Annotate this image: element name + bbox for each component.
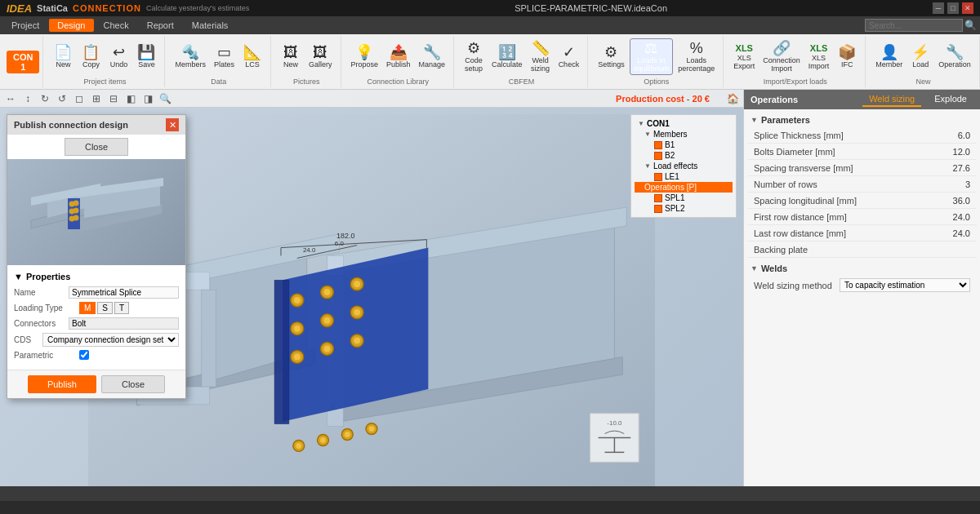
spl2-checkbox[interactable] bbox=[654, 205, 662, 213]
menu-item-check[interactable]: Check bbox=[96, 19, 137, 32]
view-btn-10[interactable]: 🔍 bbox=[158, 91, 172, 106]
ifc-button[interactable]: 📦 IFC bbox=[834, 43, 860, 70]
maximize-button[interactable]: □ bbox=[947, 2, 959, 14]
copy-icon: 📋 bbox=[82, 45, 100, 60]
search-bar: 🔍 bbox=[865, 19, 977, 32]
dialog-publish-button[interactable]: Publish bbox=[28, 375, 96, 393]
status-bar bbox=[0, 486, 980, 501]
settings-button[interactable]: ⚙ Settings bbox=[595, 43, 628, 70]
tree-item-spl2[interactable]: SPL2 bbox=[635, 203, 733, 214]
number-rows-label: Number of rows bbox=[754, 179, 905, 189]
xls-import-button[interactable]: XLS XLSImport bbox=[805, 42, 833, 72]
loading-type-m[interactable]: M bbox=[79, 302, 96, 314]
dialog-close-x-button[interactable]: ✕ bbox=[166, 118, 179, 131]
spl1-checkbox[interactable] bbox=[654, 194, 662, 202]
parameters-section-header[interactable]: ▼ Parameters bbox=[747, 113, 977, 127]
view-btn-2[interactable]: ↕ bbox=[20, 91, 35, 106]
xls-export-button[interactable]: XLS XLSExport bbox=[730, 42, 758, 72]
gallery-icon: 🖼 bbox=[313, 45, 327, 60]
param-spacing-transverse: Spacing transverse [mm] 27.6 bbox=[747, 160, 977, 176]
check-button[interactable]: ✓ Check bbox=[555, 43, 583, 70]
svg-point-20 bbox=[354, 281, 360, 287]
tree-item-b1[interactable]: B1 bbox=[635, 140, 733, 150]
load-button[interactable]: ⚡ Load bbox=[907, 43, 933, 70]
tab-explode[interactable]: Explode bbox=[928, 92, 973, 107]
home-view-button[interactable]: 🏠 bbox=[725, 91, 740, 106]
loading-type-t[interactable]: T bbox=[114, 302, 129, 314]
view-btn-1[interactable]: ↔ bbox=[3, 91, 18, 106]
calculate-button[interactable]: 🔢 Calculate bbox=[488, 43, 526, 70]
b2-checkbox[interactable] bbox=[654, 152, 662, 160]
members-button[interactable]: 🔩 Members bbox=[172, 43, 209, 70]
name-input[interactable] bbox=[69, 286, 179, 299]
minimize-button[interactable]: ─ bbox=[933, 2, 944, 14]
members-tree-arrow: ▼ bbox=[644, 131, 651, 138]
gallery-button[interactable]: 🖼 Gallery bbox=[305, 43, 336, 70]
lcs-icon: 📐 bbox=[243, 45, 261, 60]
tree-item-spl1[interactable]: SPL1 bbox=[635, 193, 733, 203]
tree-item-con1[interactable]: ▼ CON1 bbox=[635, 118, 733, 129]
copy-button[interactable]: 📋 Copy bbox=[78, 43, 104, 70]
view-btn-5[interactable]: ◻ bbox=[72, 91, 87, 106]
view-btn-9[interactable]: ◨ bbox=[140, 91, 155, 106]
manage-label: Manage bbox=[419, 60, 446, 69]
new-button[interactable]: 📄 New bbox=[50, 43, 76, 70]
welds-section-header[interactable]: ▼ Welds bbox=[747, 261, 977, 276]
view-btn-6[interactable]: ⊞ bbox=[89, 91, 104, 106]
code-setup-button[interactable]: ⚙ Codesetup bbox=[461, 39, 487, 74]
name-row: Name bbox=[14, 286, 179, 299]
data-buttons: 🔩 Members ▭ Plates 📐 LCS bbox=[172, 38, 265, 76]
plates-button[interactable]: ▭ Plates bbox=[211, 43, 238, 70]
new-group-buttons: 👤 Member ⚡ Load 🔧 Operation bbox=[872, 38, 974, 76]
viewport[interactable]: ↔ ↕ ↻ ↺ ◻ ⊞ ⊟ ◧ ◨ 🔍 Production cost - 20… bbox=[0, 90, 743, 486]
loading-type-s[interactable]: S bbox=[97, 302, 113, 314]
view-btn-7[interactable]: ⊟ bbox=[106, 91, 121, 106]
tree-item-members[interactable]: ▼ Members bbox=[635, 129, 733, 140]
menu-item-project[interactable]: Project bbox=[3, 19, 47, 32]
b1-checkbox[interactable] bbox=[654, 141, 662, 149]
connection-import-button[interactable]: 🔗 ConnectionImport bbox=[760, 39, 804, 74]
production-cost: Production cost - 20 € bbox=[616, 94, 710, 104]
parametric-checkbox[interactable] bbox=[79, 350, 89, 360]
view-btn-4[interactable]: ↺ bbox=[55, 91, 69, 106]
connection-library-label: Connection Library bbox=[368, 76, 430, 86]
menu-item-report[interactable]: Report bbox=[139, 19, 182, 32]
tree-item-b2[interactable]: B2 bbox=[635, 150, 733, 161]
tab-weld-sizing[interactable]: Weld sizing bbox=[862, 92, 921, 107]
view-btn-8[interactable]: ◧ bbox=[123, 91, 138, 106]
dialog-top-close-button[interactable]: Close bbox=[65, 138, 128, 156]
svg-text:-10.0: -10.0 bbox=[607, 419, 622, 427]
search-input[interactable] bbox=[865, 19, 963, 32]
tree-panel: ▼ CON1 ▼ Members B1 B2 ▼ Load effects L bbox=[630, 114, 737, 218]
member-button[interactable]: 👤 Member bbox=[872, 43, 906, 70]
le1-checkbox[interactable] bbox=[654, 173, 662, 181]
tree-item-load-effects[interactable]: ▼ Load effects bbox=[635, 161, 733, 171]
cds-select[interactable]: Company connection design set bbox=[42, 333, 179, 347]
loads-percentage-button[interactable]: % Loadspercentage bbox=[675, 39, 718, 74]
menu-item-design[interactable]: Design bbox=[49, 19, 93, 32]
tree-item-le1[interactable]: LE1 bbox=[635, 171, 733, 182]
close-button[interactable]: ✕ bbox=[962, 2, 973, 14]
propose-icon: 💡 bbox=[355, 45, 373, 60]
properties-header: ▼ Properties bbox=[14, 272, 179, 281]
operation-button[interactable]: 🔧 Operation bbox=[935, 43, 974, 70]
weld-sizing-method-select[interactable]: To capacity estimation bbox=[840, 278, 970, 292]
weld-sizing-method-label: Weld sizing method bbox=[754, 281, 840, 290]
publish-button[interactable]: 📤 Publish bbox=[383, 43, 414, 70]
con1-button[interactable]: CON 1 bbox=[7, 51, 39, 73]
loads-equilibrium-button[interactable]: ⚖ Loads inequilibrium bbox=[630, 38, 674, 75]
lcs-button[interactable]: 📐 LCS bbox=[239, 43, 265, 70]
weld-sizing-button[interactable]: 📏 Weldsizing bbox=[528, 39, 554, 74]
save-button[interactable]: 💾 Save bbox=[133, 43, 159, 70]
tree-item-operations[interactable]: Operations [P] bbox=[635, 182, 733, 193]
menu-item-materials[interactable]: Materials bbox=[184, 19, 237, 32]
propose-button[interactable]: 💡 Propose bbox=[348, 43, 382, 70]
pictures-new-button[interactable]: 🖼 New bbox=[278, 43, 304, 70]
manage-button[interactable]: 🔧 Manage bbox=[416, 43, 449, 70]
last-row-distance-value: 24.0 bbox=[905, 228, 970, 238]
right-panel-content: ▼ Parameters Splice Thickness [mm] 6.0 B… bbox=[744, 109, 980, 486]
undo-button[interactable]: ↩ Undo bbox=[105, 43, 131, 70]
view-btn-3[interactable]: ↻ bbox=[38, 91, 52, 106]
dialog-action-close-button[interactable]: Close bbox=[101, 375, 165, 393]
dialog-title-bar: Publish connection design ✕ bbox=[7, 115, 185, 135]
